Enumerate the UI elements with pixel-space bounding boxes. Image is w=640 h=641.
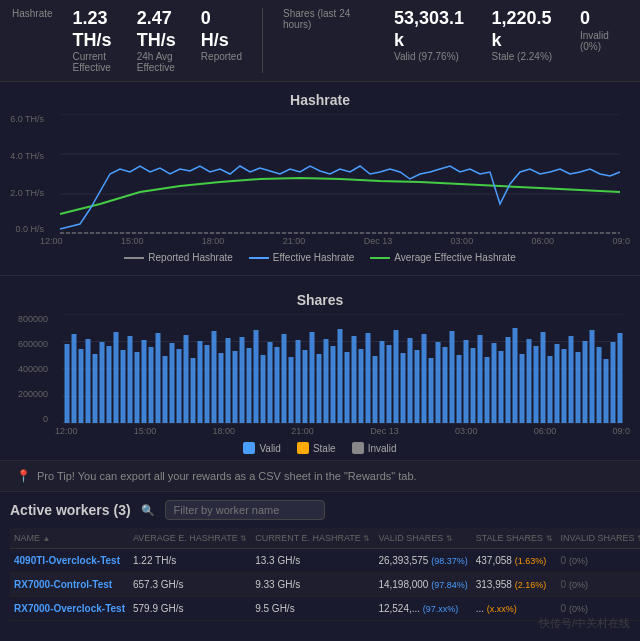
y-label-600k: 600000 [0,339,48,349]
reported-value: 0 H/s [201,8,242,51]
svg-rect-86 [604,359,609,423]
svg-rect-23 [163,356,168,423]
worker-avg-2: 657.3 GH/s [129,573,251,597]
svg-rect-38 [268,342,273,423]
shares-label: Shares (last 24 hours) [283,8,374,69]
avg-effective-stat: 2.47 TH/s 24h Avg Effective [137,8,181,73]
svg-rect-33 [233,351,238,423]
svg-rect-47 [331,346,336,423]
legend-avg-effective-label: Average Effective Hashrate [394,252,515,263]
svg-rect-18 [128,336,133,423]
worker-name-1: 4090TI-Overclock-Test [10,549,129,573]
legend-valid-label: Valid [259,443,281,454]
svg-rect-30 [212,331,217,423]
y-label-6: 6.0 TH/s [4,114,44,124]
svg-rect-79 [555,344,560,423]
svg-rect-43 [303,350,308,423]
legend-valid: Valid [243,442,281,454]
workers-section: Active workers (3) 🔍 NAME ▲ AVERAGE E. H… [0,492,640,629]
x-label-1200: 12:00 [40,236,63,246]
x-label-dec13: Dec 13 [364,236,393,246]
legend-effective-label: Effective Hashrate [273,252,355,263]
svg-rect-55 [387,345,392,423]
hashrate-chart-title: Hashrate [0,92,640,108]
x-label-1800: 18:00 [202,236,225,246]
x-label-0600: 06:00 [532,236,555,246]
svg-rect-62 [436,342,441,423]
svg-rect-49 [345,352,350,423]
svg-rect-80 [562,349,567,423]
svg-rect-52 [366,333,371,423]
svg-rect-13 [93,354,98,423]
worker-invalid-2: 0 (0%) [557,573,640,597]
sx-label-0900: 09:0 [612,426,630,436]
invalid-stat: 0 Invalid (0%) [580,8,628,73]
worker-valid-1: 26,393,575 (98.37%) [374,549,471,573]
svg-rect-54 [380,341,385,423]
svg-rect-58 [408,338,413,423]
svg-rect-57 [401,353,406,423]
svg-rect-15 [107,346,112,423]
shares-y-labels: 800000 600000 400000 200000 0 [0,314,52,424]
svg-rect-83 [583,341,588,423]
y-label-0: 0.0 H/s [4,224,44,234]
table-row: RX7000-Control-Test 657.3 GH/s 9.33 GH/s… [10,573,640,597]
x-label-0300: 03:00 [451,236,474,246]
y-label-0: 0 [0,414,48,424]
svg-rect-51 [359,349,364,423]
svg-rect-25 [177,349,182,423]
worker-current-2: 9.33 GH/s [251,573,374,597]
svg-rect-42 [296,340,301,423]
x-label-2100: 21:00 [283,236,306,246]
svg-rect-85 [597,347,602,423]
svg-rect-73 [513,328,518,423]
svg-rect-12 [86,339,91,423]
svg-rect-68 [478,335,483,423]
svg-rect-10 [72,334,77,423]
workers-table: NAME ▲ AVERAGE E. HASHRATE ⇅ CURRENT E. … [10,528,640,621]
y-label-200k: 200000 [0,389,48,399]
svg-rect-88 [618,333,623,423]
legend-reported-label: Reported Hashrate [148,252,233,263]
shares-stats: Shares (last 24 hours) 53,303.1 k Valid … [263,8,628,73]
sx-label-1800: 18:00 [213,426,236,436]
shares-chart-section: Shares 800000 600000 400000 200000 0 [0,282,640,460]
svg-rect-59 [415,350,420,423]
hashrate-label: Hashrate [12,8,53,69]
svg-rect-19 [135,352,140,423]
sx-label-2100: 21:00 [291,426,314,436]
reported-stat: 0 H/s Reported [201,8,242,73]
svg-rect-46 [324,339,329,423]
svg-rect-9 [65,344,70,423]
worker-current-1: 13.3 GH/s [251,549,374,573]
pro-tip-text: Pro Tip! You can export all your rewards… [37,470,417,482]
x-label-1500: 15:00 [121,236,144,246]
svg-rect-27 [191,358,196,423]
svg-rect-40 [282,334,287,423]
svg-rect-20 [142,340,147,423]
stale-label: Stale (2.24%) [492,51,560,62]
svg-rect-61 [429,358,434,423]
worker-invalid-1: 0 (0%) [557,549,640,573]
svg-rect-53 [373,356,378,423]
stale-stat: 1,220.5 k Stale (2.24%) [492,8,560,73]
shares-legend: Valid Stale Invalid [0,436,640,460]
hashrate-legend: Reported Hashrate Effective Hashrate Ave… [0,246,640,269]
svg-rect-60 [422,334,427,423]
y-label-2: 2.0 TH/s [4,188,44,198]
workers-title: Active workers (3) [10,502,131,518]
watermark: 快传号/中关村在线 [539,616,630,631]
svg-rect-70 [492,343,497,423]
hashrate-stats: Hashrate 1.23 TH/s Current Effective 2.4… [12,8,263,73]
svg-rect-35 [247,348,252,423]
filter-icon: 🔍 [141,504,155,517]
svg-rect-50 [352,336,357,423]
x-label-0900: 09:0 [612,236,630,246]
svg-rect-74 [520,354,525,423]
worker-filter-input[interactable] [165,500,325,520]
svg-rect-76 [534,346,539,423]
hashrate-y-labels: 6.0 TH/s 4.0 TH/s 2.0 TH/s 0.0 H/s [2,114,48,234]
svg-rect-45 [317,354,322,423]
svg-rect-81 [569,336,574,423]
invalid-label: Invalid (0%) [580,30,628,52]
